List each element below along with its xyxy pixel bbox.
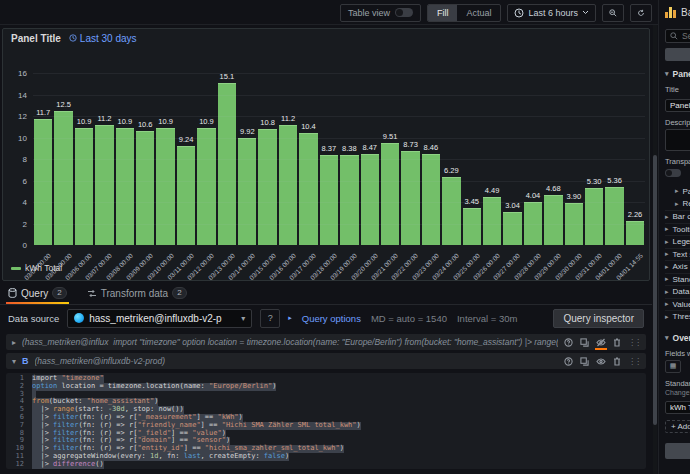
gridline bbox=[33, 116, 645, 117]
panel-title: Panel Title bbox=[11, 33, 61, 44]
eye-icon[interactable] bbox=[596, 357, 606, 366]
sidebar-section-standard-options[interactable]: Standard options bbox=[665, 273, 690, 286]
options-search[interactable] bbox=[665, 29, 690, 43]
bar[interactable] bbox=[156, 128, 174, 245]
chevron-down-icon[interactable] bbox=[12, 357, 16, 366]
time-range-picker[interactable]: Last 6 hours bbox=[507, 4, 596, 22]
query-options-md: MD = auto = 1540 bbox=[371, 313, 447, 324]
bar[interactable] bbox=[218, 83, 236, 245]
sidebar-section-tooltip[interactable]: Tooltip bbox=[665, 223, 690, 236]
bar[interactable] bbox=[361, 154, 379, 245]
bar[interactable] bbox=[95, 125, 113, 245]
clock-icon bbox=[69, 34, 77, 42]
legend-item-kwh-total[interactable]: kWh Total bbox=[11, 263, 62, 273]
trash-icon[interactable] bbox=[613, 338, 621, 347]
panel-header[interactable]: Panel Title Last 30 days bbox=[3, 29, 649, 47]
bar[interactable] bbox=[463, 208, 481, 245]
sidebar-section-thresholds[interactable]: Thresholds bbox=[665, 310, 690, 323]
chevron-down-icon: ▾ bbox=[241, 314, 245, 323]
fill-button[interactable]: Fill bbox=[428, 5, 458, 21]
plot-area[interactable]: 11.712.510.911.210.910.610.99.2410.915.1… bbox=[33, 73, 645, 245]
chevron-right-icon bbox=[665, 300, 669, 308]
table-view-toggle[interactable] bbox=[395, 8, 413, 17]
bar[interactable] bbox=[442, 177, 460, 245]
options-search-input[interactable] bbox=[682, 31, 690, 41]
bar[interactable] bbox=[503, 212, 521, 245]
duplicate-icon[interactable] bbox=[580, 338, 589, 347]
panel-title-input[interactable] bbox=[665, 99, 690, 112]
help-icon[interactable] bbox=[564, 338, 573, 347]
help-icon[interactable] bbox=[564, 357, 573, 366]
bar[interactable] bbox=[177, 146, 195, 245]
add-override-property-button[interactable]: + Add override property bbox=[665, 420, 690, 433]
visualization-picker[interactable]: Bar chart bbox=[665, 0, 690, 25]
bar[interactable] bbox=[75, 128, 93, 245]
sidebar-section-value-mappings[interactable]: Value mappings bbox=[665, 298, 690, 311]
bar[interactable] bbox=[605, 187, 623, 245]
toggle-knob bbox=[396, 9, 403, 16]
bar[interactable] bbox=[585, 188, 603, 245]
sidebar-section-repeat-options[interactable]: Repeat options bbox=[665, 198, 690, 211]
bar[interactable] bbox=[238, 138, 256, 245]
bar[interactable] bbox=[401, 151, 419, 245]
sidebar-section-axis[interactable]: Axis bbox=[665, 260, 690, 273]
bar[interactable] bbox=[422, 154, 440, 245]
bar[interactable] bbox=[340, 155, 358, 245]
refresh-button[interactable] bbox=[630, 4, 652, 22]
bar[interactable] bbox=[299, 133, 317, 245]
drag-handle-icon[interactable]: ⋮⋮ bbox=[628, 357, 640, 366]
panel-time-info[interactable]: Last 30 days bbox=[69, 33, 137, 44]
datasource-help-icon[interactable]: ? bbox=[260, 309, 280, 328]
transparent-background-toggle[interactable] bbox=[665, 169, 681, 177]
query-b-datasource-note: (hass_metriken@influxdb-v2-prod) bbox=[35, 356, 558, 366]
bar[interactable] bbox=[136, 131, 154, 245]
actual-button[interactable]: Actual bbox=[457, 5, 500, 21]
tab-transform-data[interactable]: Transform data 2 bbox=[85, 287, 189, 304]
drag-handle-icon[interactable]: ⋮⋮ bbox=[628, 338, 640, 347]
bar-value-label: 11.2 bbox=[97, 114, 111, 123]
bar[interactable] bbox=[116, 128, 134, 245]
section-panel-options[interactable]: Panel options bbox=[665, 69, 690, 79]
sidebar-section-label: Legend bbox=[673, 237, 690, 246]
duplicate-icon[interactable] bbox=[580, 357, 589, 366]
bar[interactable] bbox=[258, 129, 276, 245]
scrollbar-thumb[interactable] bbox=[653, 155, 657, 425]
bar-value-label: 8.47 bbox=[362, 143, 377, 152]
sidebar-section-bar-chart[interactable]: Bar chart bbox=[665, 210, 690, 223]
zoom-out-button[interactable] bbox=[602, 4, 624, 22]
section-override-1[interactable]: Override 1 bbox=[665, 333, 690, 343]
query-options-toggle[interactable]: Query options MD = auto = 1540 Interval … bbox=[288, 313, 517, 324]
trash-icon[interactable] bbox=[613, 357, 621, 366]
add-override-button[interactable] bbox=[665, 443, 690, 459]
display-name-input[interactable] bbox=[665, 401, 690, 414]
chevron-right-icon[interactable] bbox=[12, 338, 16, 347]
options-filter-button[interactable] bbox=[665, 48, 690, 61]
sidebar-section-label: Text size bbox=[673, 250, 690, 259]
tab-query[interactable]: Query 2 bbox=[6, 287, 69, 304]
query-row-b[interactable]: B (hass_metriken@influxdb-v2-prod) ⋮⋮ bbox=[6, 353, 646, 369]
bar[interactable] bbox=[320, 155, 338, 245]
flux-code-editor[interactable]: 1import "timezone"2option location = tim… bbox=[6, 373, 646, 469]
bar[interactable] bbox=[197, 128, 215, 245]
x-axis: 03/04 00:0003/05 00:0003/06 00:0003/07 0… bbox=[33, 247, 645, 281]
table-view-control: Table view bbox=[340, 4, 421, 22]
datasource-picker[interactable]: hass_metriken@influxdb-v2-p ▾ bbox=[67, 309, 252, 328]
description-textarea[interactable] bbox=[665, 129, 690, 151]
sidebar-section-label: Panel links bbox=[683, 187, 690, 196]
query-inspector-button[interactable]: Query inspector bbox=[553, 309, 644, 328]
sidebar-section-legend[interactable]: Legend bbox=[665, 235, 690, 248]
query-row-a[interactable]: (hass_metriken@influx import "timezone" … bbox=[6, 334, 646, 350]
y-tick-label: 6 bbox=[3, 177, 27, 186]
bar[interactable] bbox=[483, 197, 501, 245]
sidebar-section-panel-links[interactable]: Panel links bbox=[665, 185, 690, 198]
eye-slash-icon[interactable] bbox=[596, 338, 606, 347]
bar[interactable] bbox=[54, 111, 72, 245]
options-scrollbar[interactable] bbox=[653, 25, 657, 474]
sidebar-section-data-links[interactable]: Data links bbox=[665, 285, 690, 298]
sidebar-section-text-size[interactable]: Text size bbox=[665, 248, 690, 261]
chevron-right-icon bbox=[288, 314, 292, 322]
field-matcher-icon[interactable]: ▦ bbox=[665, 360, 681, 373]
bar[interactable] bbox=[279, 125, 297, 245]
y-tick-label: 12 bbox=[3, 112, 27, 121]
tab-query-count: 2 bbox=[52, 287, 66, 299]
